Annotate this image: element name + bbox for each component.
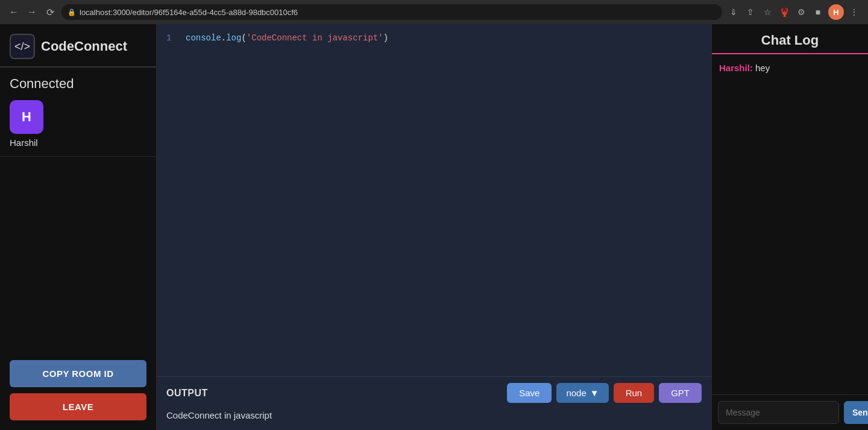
node-button[interactable]: node ▼ <box>556 383 608 403</box>
extensions-icon[interactable]: ■ <box>811 5 825 19</box>
back-button[interactable]: ← <box>7 5 20 19</box>
forward-button[interactable]: → <box>25 5 39 19</box>
user-avatar: H <box>10 100 43 134</box>
extension2-icon[interactable]: ⚙ <box>794 5 808 19</box>
main-layout: </> CodeConnect Connected H Harshil COPY… <box>0 24 868 430</box>
chat-messages: Harshil: hey <box>712 54 868 394</box>
code-string-literal: 'CodeConnect in javascript' <box>247 33 383 43</box>
refresh-button[interactable]: ⟳ <box>43 5 57 19</box>
logo-icon: </> <box>10 34 35 59</box>
bookmark-icon[interactable]: ☆ <box>761 5 774 19</box>
chat-input[interactable] <box>718 401 839 424</box>
gpt-button[interactable]: GPT <box>659 383 702 403</box>
run-button[interactable]: Run <box>614 383 655 403</box>
chat-input-row: Send <box>712 394 868 430</box>
chat-message: Harshil: hey <box>719 63 861 74</box>
extension-icon[interactable]: 🦞 <box>778 5 791 19</box>
code-content: console.log('CodeConnect in javascript') <box>186 31 388 45</box>
leave-button[interactable]: LEAVE <box>10 393 146 420</box>
code-log-method: log <box>226 33 241 43</box>
url-text: localhost:3000/editor/96f5164e-a55d-4cc5… <box>80 8 298 17</box>
logo-text: CodeConnect <box>41 39 127 54</box>
copy-room-button[interactable]: COPY ROOM ID <box>10 360 146 387</box>
connected-section: Connected H Harshil <box>0 68 156 157</box>
line-number: 1 <box>166 31 176 45</box>
code-line: 1 console.log('CodeConnect in javascript… <box>166 31 702 45</box>
menu-icon[interactable]: ⋮ <box>848 5 861 19</box>
output-label: OUTPUT <box>166 388 208 399</box>
chevron-down-icon: ▼ <box>590 388 599 398</box>
output-toolbar: OUTPUT Save node ▼ Run GPT <box>166 383 702 403</box>
lock-icon: 🔒 <box>68 8 76 16</box>
sidebar-header: </> CodeConnect <box>0 24 156 68</box>
chat-text: hey <box>753 63 770 73</box>
editor-area: 1 console.log('CodeConnect in javascript… <box>157 24 711 430</box>
code-console-keyword: console <box>186 33 221 43</box>
sidebar: </> CodeConnect Connected H Harshil COPY… <box>0 24 157 430</box>
user-name: Harshil <box>10 138 38 148</box>
chat-header: Chat Log <box>712 24 868 54</box>
logo-row: </> CodeConnect <box>10 34 146 59</box>
user-avatar-btn[interactable]: H <box>828 4 844 20</box>
browser-bar: ← → ⟳ 🔒 localhost:3000/editor/96f5164e-a… <box>0 0 868 24</box>
output-text: CodeConnect in javascript <box>166 408 702 423</box>
share-icon[interactable]: ⇧ <box>744 5 757 19</box>
chat-username: Harshil: <box>719 63 753 73</box>
browser-actions: ⇓ ⇧ ☆ 🦞 ⚙ ■ H ⋮ <box>727 4 861 20</box>
download-icon[interactable]: ⇓ <box>727 5 740 19</box>
user-item: H Harshil <box>10 100 146 148</box>
chat-panel: Chat Log Harshil: hey Send <box>711 24 868 430</box>
send-button[interactable]: Send <box>844 401 868 424</box>
save-button[interactable]: Save <box>507 383 552 403</box>
address-bar[interactable]: 🔒 localhost:3000/editor/96f5164e-a55d-4c… <box>61 4 722 20</box>
node-label: node <box>566 388 586 398</box>
chat-title: Chat Log <box>761 33 819 48</box>
toolbar-buttons: Save node ▼ Run GPT <box>507 383 702 403</box>
connected-label: Connected <box>10 76 146 92</box>
code-editor[interactable]: 1 console.log('CodeConnect in javascript… <box>157 24 711 376</box>
output-area: OUTPUT Save node ▼ Run GPT CodeConnect i… <box>157 376 711 430</box>
